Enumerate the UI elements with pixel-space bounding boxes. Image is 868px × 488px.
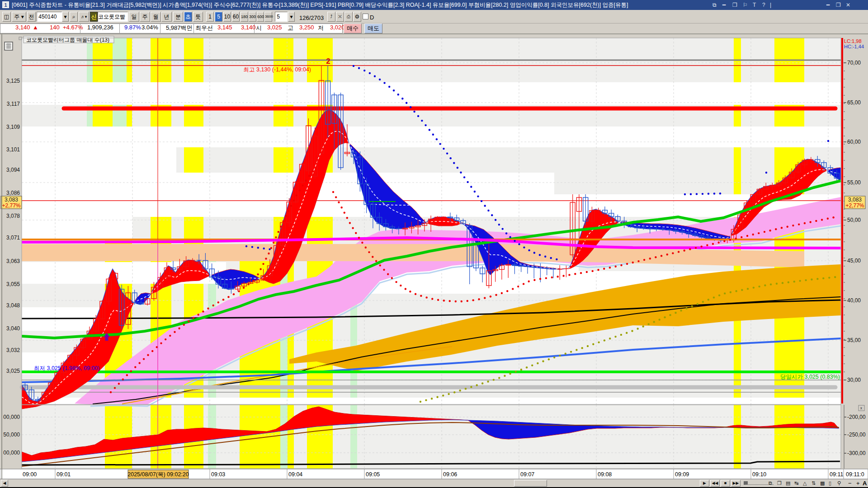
svg-text:35,00: 35,00 bbox=[847, 337, 861, 343]
svg-text:3,083: 3,083 bbox=[5, 197, 18, 203]
svg-text:50,00: 50,00 bbox=[847, 217, 861, 223]
svg-text:09:09: 09:09 bbox=[675, 471, 689, 478]
svg-text:09:00: 09:00 bbox=[23, 471, 37, 478]
svg-text:09:06: 09:06 bbox=[443, 471, 457, 478]
svg-text:09:05: 09:05 bbox=[366, 471, 380, 478]
svg-text:45,00: 45,00 bbox=[847, 258, 861, 264]
svg-text:2025/08/07(목) 09:02:20: 2025/08/07(목) 09:02:20 bbox=[127, 471, 189, 478]
svg-text:09:04: 09:04 bbox=[288, 471, 302, 478]
svg-text:x: x bbox=[860, 406, 863, 410]
svg-text:3,101: 3,101 bbox=[6, 146, 20, 153]
svg-text:3,048: 3,048 bbox=[6, 302, 20, 309]
svg-text:30,00: 30,00 bbox=[847, 377, 861, 383]
svg-text:2: 2 bbox=[326, 57, 330, 66]
svg-text:3,040: 3,040 bbox=[6, 325, 20, 332]
svg-text:당일시가 3,025 (0.83%): 당일시가 3,025 (0.83%) bbox=[780, 374, 840, 380]
svg-text:3,125: 3,125 bbox=[6, 78, 20, 84]
svg-text:최저 3,025 (1.98%, 09:00): 최저 3,025 (1.98%, 09:00) bbox=[34, 365, 99, 371]
svg-text:3,086: 3,086 bbox=[6, 190, 20, 196]
svg-text:-250,00: -250,00 bbox=[847, 432, 866, 438]
svg-text:3,063: 3,063 bbox=[6, 258, 20, 264]
svg-text:3,032: 3,032 bbox=[6, 347, 20, 353]
svg-text:-200,00: -200,00 bbox=[847, 414, 866, 420]
svg-text:3,071: 3,071 bbox=[6, 235, 20, 241]
svg-text:40,00: 40,00 bbox=[847, 297, 861, 304]
svg-text:09:07: 09:07 bbox=[520, 471, 534, 478]
svg-text:3,094: 3,094 bbox=[6, 167, 20, 173]
svg-text:55,00: 55,00 bbox=[847, 179, 861, 186]
svg-text:HC:-1,44: HC:-1,44 bbox=[844, 44, 864, 49]
svg-text:50,000: 50,000 bbox=[3, 432, 20, 438]
svg-text:-300,00: -300,00 bbox=[847, 450, 866, 456]
svg-text:09:11: 09:11 bbox=[830, 471, 843, 478]
svg-text:3,025: 3,025 bbox=[6, 368, 20, 374]
svg-text:09:03: 09:03 bbox=[211, 471, 225, 478]
svg-text:00,000: 00,000 bbox=[3, 414, 20, 420]
svg-text:70,00: 70,00 bbox=[847, 60, 861, 66]
svg-text:09:01: 09:01 bbox=[57, 471, 71, 478]
svg-text:+2,77%: +2,77% bbox=[2, 202, 20, 209]
svg-text:3,078: 3,078 bbox=[6, 213, 20, 219]
svg-text:3,083: 3,083 bbox=[848, 197, 862, 203]
svg-text:3,109: 3,109 bbox=[6, 124, 20, 130]
svg-text:09:11:0: 09:11:0 bbox=[846, 471, 864, 478]
svg-text:65,00: 65,00 bbox=[847, 99, 861, 106]
svg-text:최고 3,130 (-1,44%, 09:04): 최고 3,130 (-1,44%, 09:04) bbox=[244, 66, 311, 73]
svg-text:60,00: 60,00 bbox=[847, 139, 861, 145]
svg-text:00,000: 00,000 bbox=[3, 450, 20, 456]
svg-text:09:10: 09:10 bbox=[752, 471, 766, 478]
svg-text:코오롯모빨리터그룹 매물대 수(13): 코오롯모빨리터그룹 매물대 수(13) bbox=[26, 37, 109, 43]
svg-text:3,117: 3,117 bbox=[7, 101, 20, 107]
svg-text:3,055: 3,055 bbox=[6, 281, 20, 287]
svg-text:+2,77%: +2,77% bbox=[845, 202, 864, 209]
svg-text:09:08: 09:08 bbox=[598, 471, 612, 478]
svg-text:LC:1,98: LC:1,98 bbox=[844, 38, 862, 44]
